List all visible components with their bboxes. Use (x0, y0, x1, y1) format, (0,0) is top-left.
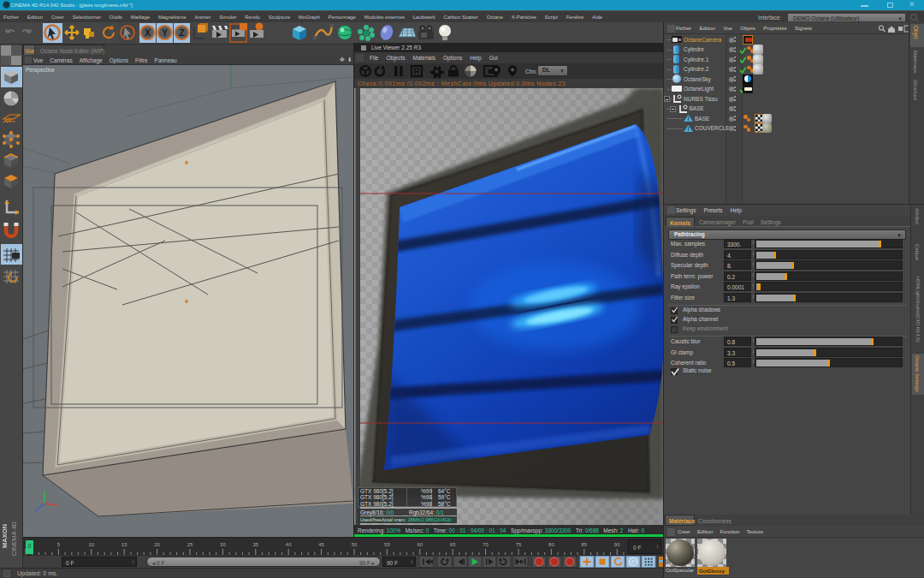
svg-text:Z: Z (179, 28, 184, 38)
svg-text:50: 50 (352, 542, 358, 547)
svg-text:65: 65 (450, 542, 456, 547)
svg-text:70: 70 (483, 542, 489, 547)
svg-text:85: 85 (581, 542, 587, 547)
svg-text:P: P (631, 559, 636, 565)
svg-text:Chn:: Chn: (525, 69, 537, 74)
svg-text:75: 75 (516, 542, 522, 547)
svg-text:80: 80 (548, 542, 554, 547)
svg-text:X: X (145, 28, 151, 38)
svg-text:0: 0 (28, 543, 32, 549)
svg-text:20: 20 (154, 542, 160, 547)
svg-text:Y: Y (162, 28, 168, 38)
svg-text:R: R (414, 67, 421, 76)
svg-text:40: 40 (286, 542, 292, 547)
svg-text:55: 55 (384, 542, 390, 547)
svg-text:35: 35 (252, 542, 258, 547)
svg-text:90: 90 (614, 542, 620, 547)
svg-text:25: 25 (187, 542, 193, 547)
svg-text:30: 30 (220, 542, 226, 547)
svg-text:45: 45 (318, 542, 324, 547)
svg-text:10: 10 (88, 542, 94, 547)
svg-text:60: 60 (417, 542, 423, 547)
svg-text:5: 5 (57, 542, 61, 547)
svg-text:15: 15 (121, 542, 127, 547)
